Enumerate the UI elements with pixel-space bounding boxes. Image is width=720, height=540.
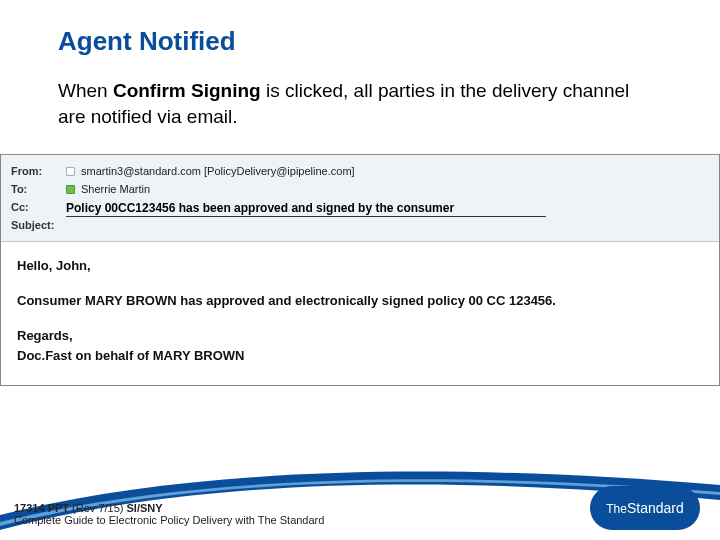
email-header: From: To: Cc: Subject: smartin3@standard… [1, 155, 719, 242]
footer-line2: Complete Guide to Electronic Policy Deli… [14, 514, 324, 526]
presence-icon [66, 185, 75, 194]
slide-title: Agent Notified [58, 26, 236, 57]
label-from: From: [11, 162, 66, 180]
footer-code2: SI/SNY [127, 502, 163, 514]
label-to: To: [11, 180, 66, 198]
logo-text: TheStandard [606, 500, 684, 516]
body-closing: Regards, Doc.Fast on behalf of MARY BROW… [17, 326, 703, 368]
subject-row [66, 201, 719, 217]
subject-input[interactable] [66, 201, 546, 217]
body-greeting: Hello, John, [17, 256, 703, 277]
from-row: smartin3@standard.com [PolicyDelivery@ip… [66, 162, 719, 180]
logo-brand: Standard [627, 500, 684, 516]
header-values: smartin3@standard.com [PolicyDelivery@ip… [66, 155, 719, 241]
slide-description: When Confirm Signing is clicked, all par… [58, 78, 658, 129]
footer-rev: (Rev 7/15) [69, 502, 126, 514]
desc-bold: Confirm Signing [113, 80, 261, 101]
slide-footer: 17314 PPT (Rev 7/15) SI/SNY Complete Gui… [14, 502, 324, 526]
from-value: smartin3@standard.com [PolicyDelivery@ip… [81, 162, 355, 180]
label-cc: Cc: [11, 198, 66, 216]
logo-the: The [606, 502, 627, 516]
desc-pre: When [58, 80, 113, 101]
footer-line1: 17314 PPT (Rev 7/15) SI/SNY [14, 502, 324, 514]
closing-regards: Regards, [17, 328, 73, 343]
to-row: Sherrie Martin [66, 180, 719, 198]
brand-logo: TheStandard [590, 486, 700, 530]
label-subject: Subject: [11, 216, 66, 234]
body-line1: Consumer MARY BROWN has approved and ele… [17, 291, 703, 312]
email-screenshot: From: To: Cc: Subject: smartin3@standard… [0, 154, 720, 386]
header-labels: From: To: Cc: Subject: [1, 155, 66, 241]
email-body: Hello, John, Consumer MARY BROWN has app… [1, 242, 719, 385]
to-value: Sherrie Martin [81, 180, 150, 198]
closing-sender: Doc.Fast on behalf of MARY BROWN [17, 348, 245, 363]
footer-code1: 17314 PPT [14, 502, 69, 514]
presence-icon [66, 167, 75, 176]
